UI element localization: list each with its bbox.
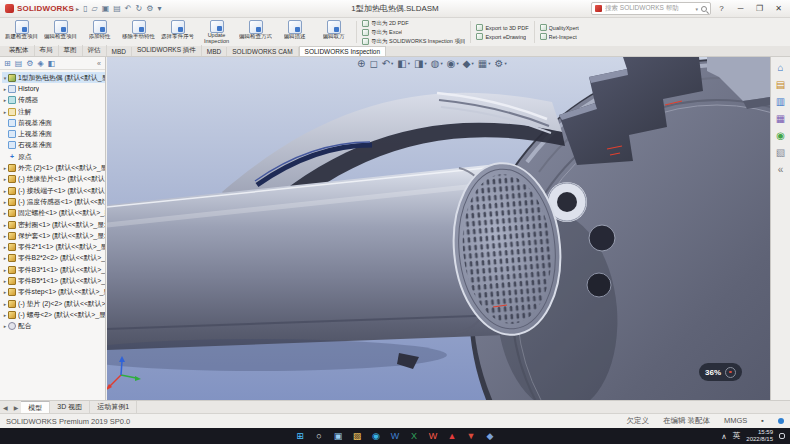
- notification-icon[interactable]: [779, 433, 785, 439]
- help-search-box[interactable]: 搜索 SOLIDWORKS 帮助 ▾: [591, 2, 711, 15]
- tree-item[interactable]: ▾1型加热电热偶 (默认<默认_显示状态-1>): [2, 72, 105, 83]
- edit-inspection-project-button[interactable]: 编辑检查项目: [41, 19, 80, 45]
- tree-item[interactable]: ▸(-) 温度传感器<1> (默认<<默认>_显: [2, 196, 105, 207]
- new-inspection-project-button[interactable]: 新建检查项目: [2, 19, 41, 45]
- ret-inspect-button[interactable]: Ret-Inspect: [540, 33, 579, 40]
- tree-item[interactable]: ▸传感器: [2, 95, 105, 106]
- tree-item[interactable]: ▸(-) 螺母<2> (默认<<默认>_显示状态: [2, 309, 105, 320]
- minimize-button[interactable]: ─: [732, 1, 749, 16]
- edit-appearance-icon[interactable]: ◆▾: [463, 58, 474, 70]
- tree-item[interactable]: ▸零件B5*1<1> (默认<<默认>_显示状: [2, 275, 105, 286]
- pane-expand-icon[interactable]: «: [778, 164, 784, 175]
- status-notification-icon[interactable]: [778, 418, 784, 424]
- tree-item[interactable]: ▸注解: [2, 106, 105, 117]
- zoom-area-icon[interactable]: ◻: [369, 58, 377, 70]
- dropdown-caret-icon[interactable]: ▾: [504, 58, 506, 70]
- tree-item[interactable]: ▸History: [2, 83, 105, 94]
- solidworks-app-button[interactable]: ▲: [446, 430, 459, 443]
- search-button[interactable]: ○: [313, 430, 326, 443]
- tray-chevron-icon[interactable]: ∧: [721, 432, 727, 441]
- search-caret-icon[interactable]: ▾: [695, 6, 698, 12]
- wps-button[interactable]: W: [427, 430, 440, 443]
- tree-item[interactable]: ▸保护套<1> (默认<<默认>_显示状态: [2, 230, 105, 241]
- zoom-fit-icon[interactable]: ⊕: [357, 58, 365, 70]
- dropdown-caret-icon[interactable]: ▾: [441, 58, 443, 70]
- select-balloons-button[interactable]: 选择零件序号: [158, 19, 197, 45]
- dropdown-caret-icon[interactable]: ▾: [488, 58, 490, 70]
- save-icon[interactable]: ▣: [102, 5, 110, 13]
- panel-collapse-icon[interactable]: «: [97, 60, 101, 67]
- edit-extraction-button[interactable]: 编辑取方: [314, 19, 353, 45]
- options-icon[interactable]: ⚙: [146, 5, 153, 13]
- undo-icon[interactable]: ↶: [125, 5, 132, 13]
- edit-description-button[interactable]: 编辑描述: [275, 19, 314, 45]
- tree-item[interactable]: ▸零件2*1<1> (默认<<默认>_显示状态: [2, 241, 105, 252]
- tab-assembly[interactable]: 装配体: [4, 45, 35, 56]
- tree-item[interactable]: 前视基准面: [2, 117, 105, 128]
- tree-item[interactable]: 上视基准面: [2, 128, 105, 139]
- rebuild-icon[interactable]: ↻: [136, 5, 143, 13]
- tree-item[interactable]: ▸零件B3*1<1> (默认<<默认>_显示状: [2, 264, 105, 275]
- design-library-icon[interactable]: ▤: [776, 79, 785, 90]
- section-view-icon[interactable]: ◧▾: [397, 58, 410, 70]
- tree-item[interactable]: ▸(-) 垫片 (2)<2> (默认<<默认>_显示: [2, 298, 105, 309]
- configurationmanager-tab-icon[interactable]: ⚙: [26, 59, 33, 68]
- featuremanager-tab-icon[interactable]: ⊞: [4, 59, 11, 68]
- tab-sketch[interactable]: 草图: [59, 45, 83, 56]
- view-palette-icon[interactable]: ▦: [776, 113, 785, 124]
- dropdown-caret-icon[interactable]: ▾: [408, 58, 410, 70]
- pdf-app-button[interactable]: ▼: [465, 430, 478, 443]
- tree-item[interactable]: ▸固定螺栓<1> (默认<<默认>_显示状态: [2, 208, 105, 219]
- display-style-icon[interactable]: ◍▾: [431, 58, 443, 70]
- export-excel-button[interactable]: 导出为 Excel: [362, 29, 465, 36]
- custom-properties-icon[interactable]: ▧: [776, 147, 785, 158]
- graphics-viewport[interactable]: ⊕◻↶▾◧▾◨▾◍▾◉▾◆▾▦▾⚙▾ 36%: [107, 57, 770, 400]
- tab-sw-inspection[interactable]: SOLIDWORKS Inspection: [299, 46, 387, 56]
- tree-item[interactable]: ▸密封圈<1> (默认<<默认>_显示状态: [2, 219, 105, 230]
- word-button[interactable]: W: [389, 430, 402, 443]
- new-doc-icon[interactable]: ▯: [83, 5, 87, 13]
- view-orientation-icon[interactable]: ◨▾: [414, 58, 427, 70]
- tree-item[interactable]: ▸外壳 (2)<1> (默认<<默认>_显示状态: [2, 162, 105, 173]
- view-settings-icon[interactable]: ⚙▾: [494, 58, 506, 70]
- previous-view-icon[interactable]: ↶▾: [382, 58, 394, 70]
- tab-mbd-2[interactable]: MBD: [202, 47, 227, 56]
- tree-item[interactable]: ▸(-) 绝缘垫片<1> (默认<<默认>_显示状: [2, 174, 105, 185]
- export-3d-pdf-button[interactable]: Export to 3D PDF: [476, 24, 528, 31]
- tabs-nav-left-icon[interactable]: ◀: [0, 404, 11, 411]
- edge-browser-button[interactable]: ◉: [370, 430, 383, 443]
- file-explorer-button[interactable]: ▨: [351, 430, 364, 443]
- dropdown-caret-icon[interactable]: ▾: [391, 58, 393, 70]
- hide-show-icon[interactable]: ◉▾: [447, 58, 459, 70]
- tab-evaluate[interactable]: 评估: [83, 45, 107, 56]
- qualityxpert-button[interactable]: QualityXpert: [540, 24, 579, 31]
- help-button[interactable]: ?: [713, 1, 730, 16]
- tab-model[interactable]: 模型: [21, 401, 50, 414]
- start-button[interactable]: ⊞: [294, 430, 307, 443]
- tab-layout[interactable]: 布局: [35, 45, 59, 56]
- tabs-nav-right-icon[interactable]: ▶: [11, 404, 22, 411]
- print-icon[interactable]: ▤: [113, 5, 121, 13]
- displaymanager-tab-icon[interactable]: ◧: [48, 59, 56, 68]
- zoom-badge[interactable]: 36%: [699, 363, 742, 381]
- propertymanager-tab-icon[interactable]: ▤: [15, 59, 23, 68]
- tree-item[interactable]: ▸(-) 接线端子<1> (默认<<默认>_显示: [2, 185, 105, 196]
- scene-icon[interactable]: ▦▾: [478, 58, 491, 70]
- tree-item[interactable]: ▸零件step<1> (默认<<默认>_显示状态: [2, 287, 105, 298]
- solidworks-resources-icon[interactable]: ⌂: [777, 62, 783, 73]
- qat-expand-icon[interactable]: ▾: [157, 5, 161, 13]
- tree-item[interactable]: ▸配合: [2, 321, 105, 332]
- tree-item[interactable]: 右视基准面: [2, 140, 105, 151]
- tab-motion-study-1[interactable]: 运动算例1: [90, 401, 137, 414]
- export-inspection-project-button[interactable]: 导出为 SOLIDWORKS Inspection 项目: [362, 38, 465, 45]
- close-button[interactable]: ✕: [770, 1, 787, 16]
- tree-item[interactable]: ▸零件B2*2<2> (默认<<默认>_显示状: [2, 253, 105, 264]
- model-canvas[interactable]: [107, 57, 770, 400]
- tab-mbd-1[interactable]: MBD: [107, 47, 132, 56]
- add-characteristic-button[interactable]: 添加特性: [80, 19, 119, 45]
- ime-indicator[interactable]: 英: [733, 431, 741, 441]
- menu-expand-caret-icon[interactable]: ▸: [76, 5, 79, 12]
- update-inspection-project-button[interactable]: Update Inspection Project: [197, 19, 236, 45]
- task-view-button[interactable]: ▣: [332, 430, 345, 443]
- dropdown-caret-icon[interactable]: ▾: [425, 58, 427, 70]
